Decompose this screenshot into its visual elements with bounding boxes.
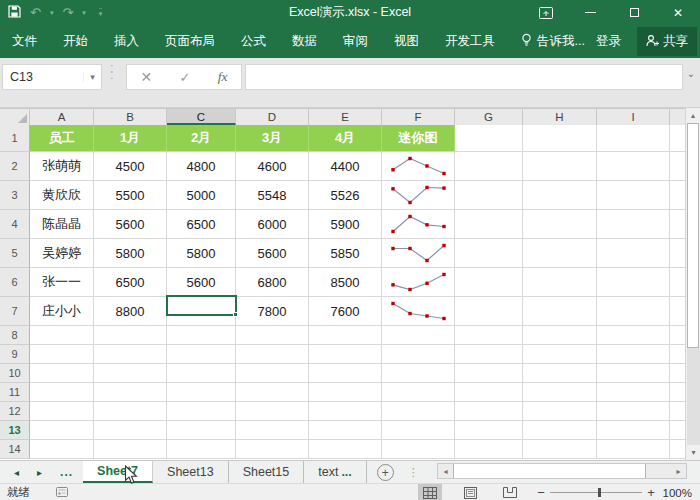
cell-C9[interactable] [167,345,236,364]
row-header-1[interactable]: 1 [0,125,30,152]
cell-B3[interactable]: 5500 [94,181,167,210]
cell-H2[interactable] [523,152,597,181]
cell-C2[interactable]: 4800 [167,152,236,181]
cell-A7[interactable]: 庄小小 [30,297,94,326]
cell-A2[interactable]: 张萌萌 [30,152,94,181]
cell-G6[interactable] [455,268,523,297]
name-box-dropdown-icon[interactable]: ▾ [83,72,101,82]
column-header-E[interactable]: E [309,109,382,125]
cell-B2[interactable]: 4500 [94,152,167,181]
ribbon-tab-5[interactable]: 公式 [241,33,266,50]
scroll-down-icon[interactable]: ▾ [686,445,700,460]
sheet-tab-sheet15[interactable]: Sheet15 [229,461,305,483]
share-button[interactable]: 共享 [637,27,697,56]
cell-D2[interactable]: 4600 [236,152,309,181]
ribbon-tab-8[interactable]: 视图 [394,33,419,50]
column-header-F[interactable]: F [382,109,455,125]
column-header-B[interactable]: B [94,109,167,125]
cell-B8[interactable] [94,326,167,345]
fill-handle[interactable] [233,312,238,317]
ribbon-display-options-icon[interactable] [524,0,568,25]
formula-bar-handle[interactable]: ⁚⁚ [110,66,114,78]
cell-A8[interactable] [30,326,94,345]
ribbon-tab-1[interactable]: 文件 [12,33,37,50]
sheet-tab-sheet7[interactable]: Sheet7 [83,461,153,483]
cell-G4[interactable] [455,210,523,239]
cell-I14[interactable] [597,440,670,459]
new-sheet-icon[interactable]: + [377,464,394,481]
ribbon-tab-7[interactable]: 审阅 [343,33,368,50]
cell-G1[interactable] [455,125,523,152]
cell-H4[interactable] [523,210,597,239]
ribbon-tab-3[interactable]: 插入 [114,33,139,50]
cell-I6[interactable] [597,268,670,297]
zoom-slider[interactable] [550,492,642,493]
row-header-2[interactable]: 2 [0,152,30,181]
cell-B4[interactable]: 5600 [94,210,167,239]
ribbon-tab-4[interactable]: 页面布局 [165,33,215,50]
cell-H6[interactable] [523,268,597,297]
cell-F2[interactable] [382,152,455,181]
cell-H8[interactable] [523,326,597,345]
cell-I3[interactable] [597,181,670,210]
cell-G9[interactable] [455,345,523,364]
cell-C12[interactable] [167,402,236,421]
page-layout-view-icon[interactable] [458,484,482,500]
cell-D3[interactable]: 5548 [236,181,309,210]
cell-C1[interactable]: 2月 [167,125,236,152]
cell-G5[interactable] [455,239,523,268]
tab-bar-handle-icon[interactable]: ⋮ [408,461,419,483]
cell-A4[interactable]: 陈晶晶 [30,210,94,239]
macro-record-icon[interactable] [56,483,68,500]
column-header-A[interactable]: A [30,109,94,125]
cell-E9[interactable] [309,345,382,364]
row-header-5[interactable]: 5 [0,239,30,268]
vertical-scrollbar-thumb[interactable] [687,123,699,348]
formula-bar-expand-icon[interactable]: ⌄ [684,68,698,79]
page-break-view-icon[interactable] [498,484,522,500]
cell-F5[interactable] [382,239,455,268]
cell-C14[interactable] [167,440,236,459]
cell-G14[interactable] [455,440,523,459]
cell-A9[interactable] [30,345,94,364]
cell-B13[interactable] [94,421,167,440]
cell-F1[interactable]: 迷你图 [382,125,455,152]
cell-C11[interactable] [167,383,236,402]
cell-B7[interactable]: 8800 [94,297,167,326]
cell-D4[interactable]: 6000 [236,210,309,239]
cell-G7[interactable] [455,297,523,326]
cell-H7[interactable] [523,297,597,326]
cell-E11[interactable] [309,383,382,402]
cell-B10[interactable] [94,364,167,383]
cell-I10[interactable] [597,364,670,383]
row-header-4[interactable]: 4 [0,210,30,239]
cell-A11[interactable] [30,383,94,402]
cell-H13[interactable] [523,421,597,440]
cell-E2[interactable]: 4400 [309,152,382,181]
cell-E8[interactable] [309,326,382,345]
vertical-scrollbar-track[interactable] [687,348,700,445]
cell-D9[interactable] [236,345,309,364]
row-header-11[interactable]: 11 [0,383,30,402]
cell-A3[interactable]: 黄欣欣 [30,181,94,210]
cell-H12[interactable] [523,402,597,421]
scroll-left-icon[interactable]: ◂ [438,464,453,478]
zoom-in-icon[interactable]: + [642,485,660,500]
cell-I11[interactable] [597,383,670,402]
cell-B14[interactable] [94,440,167,459]
column-header-H[interactable]: H [523,109,597,125]
cell-I4[interactable] [597,210,670,239]
insert-function-icon[interactable]: fx [218,69,228,85]
cell-A1[interactable]: 员工 [30,125,94,152]
more-sheets-left[interactable]: ... [60,465,73,479]
cell-D14[interactable] [236,440,309,459]
cell-D13[interactable] [236,421,309,440]
cell-A10[interactable] [30,364,94,383]
cell-G2[interactable] [455,152,523,181]
vertical-scrollbar[interactable]: ▴ ▾ [685,108,700,460]
cell-I13[interactable] [597,421,670,440]
cell-G8[interactable] [455,326,523,345]
cell-I9[interactable] [597,345,670,364]
cell-A13[interactable] [30,421,94,440]
cell-B11[interactable] [94,383,167,402]
